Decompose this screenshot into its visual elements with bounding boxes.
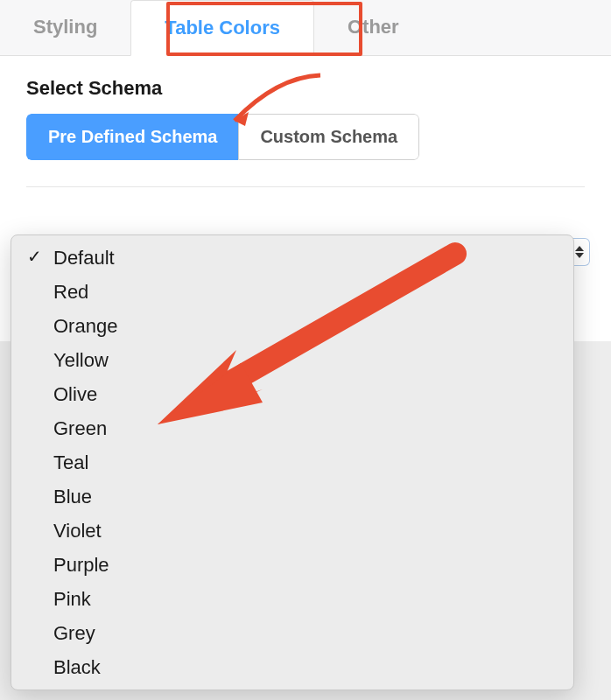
dropdown-option-grey[interactable]: Grey — [11, 616, 573, 650]
tab-bar: Styling Table Colors Other — [0, 0, 611, 56]
schema-dropdown[interactable]: Default Red Orange Yellow Olive Green Te… — [11, 234, 574, 690]
dropdown-option-blue[interactable]: Blue — [11, 480, 573, 514]
dropdown-option-violet[interactable]: Violet — [11, 514, 573, 548]
dropdown-option-yellow[interactable]: Yellow — [11, 343, 573, 377]
custom-schema-button[interactable]: Custom Schema — [238, 114, 419, 160]
dropdown-option-green[interactable]: Green — [11, 411, 573, 445]
select-schema-label: Select Schema — [26, 77, 585, 100]
content-area: Select Schema Pre Defined Schema Custom … — [0, 56, 611, 208]
tab-other[interactable]: Other — [314, 0, 432, 55]
dropdown-option-purple[interactable]: Purple — [11, 548, 573, 582]
dropdown-option-default[interactable]: Default — [11, 241, 573, 275]
schema-toggle-group: Pre Defined Schema Custom Schema — [26, 114, 419, 160]
tab-styling[interactable]: Styling — [0, 0, 130, 55]
predefined-schema-button[interactable]: Pre Defined Schema — [26, 114, 238, 160]
dropdown-option-teal[interactable]: Teal — [11, 445, 573, 480]
divider — [26, 186, 585, 187]
tab-table-colors[interactable]: Table Colors — [130, 0, 314, 56]
dropdown-option-orange[interactable]: Orange — [11, 309, 573, 343]
dropdown-option-black[interactable]: Black — [11, 650, 573, 684]
dropdown-option-pink[interactable]: Pink — [11, 582, 573, 616]
dropdown-option-red[interactable]: Red — [11, 275, 573, 309]
dropdown-option-olive[interactable]: Olive — [11, 377, 573, 411]
